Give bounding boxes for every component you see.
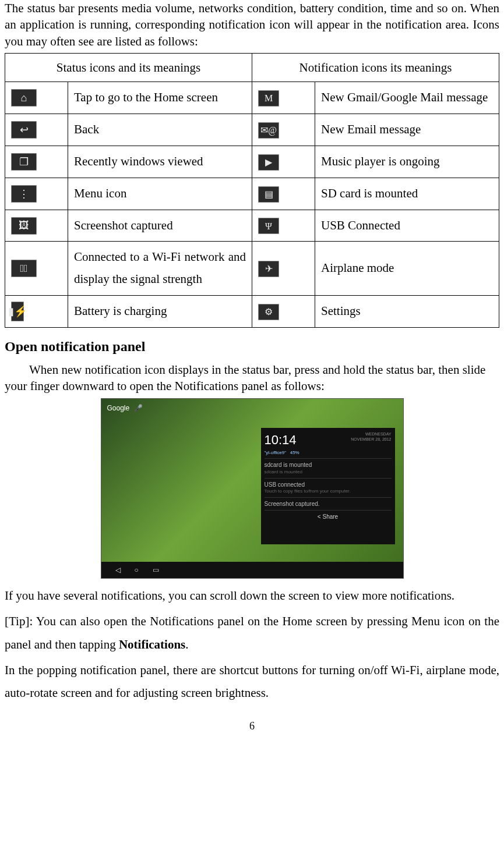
paragraph: If you have several notifications, you c… [5,584,499,608]
mic-icon: 🎤 [134,403,143,413]
battery-charging-icon: ▮⚡ [11,302,24,321]
panel-wifi-name: "yl-office9" [265,450,287,455]
nav-back-icon: ◁ [115,565,121,575]
table-row: ⋮ Menu icon ▤ SD card is mounted [5,178,499,210]
icons-table: Status icons and its meanings Notificati… [5,53,499,328]
back-icon: ↩ [11,121,37,139]
table-row: ▮⚡ Battery is charging ⚙ Settings [5,295,499,327]
icon-desc: USB Connected [315,210,499,242]
icon-desc: Music player is ongoing [315,146,499,178]
table-row: ↩ Back ✉@ New Email message [5,114,499,146]
home-icon: ⌂ [11,89,37,107]
notification-sub: sdcard is mounted [265,469,392,476]
paragraph: In the popping notification panel, there… [5,659,499,706]
screenshot-icon: 🖼 [11,217,37,235]
notification-panel: 10:14 WEDNESDAY NOVEMBER 28, 2012 "yl-of… [261,428,395,544]
section-heading: Open notification panel [5,337,499,356]
airplane-icon: ✈ [258,261,279,277]
panel-date: WEDNESDAY NOVEMBER 28, 2012 [351,431,391,442]
tip-suffix: . [185,637,188,651]
recent-icon: ❐ [11,153,37,171]
icon-desc: Airplane mode [315,242,499,296]
notification-row: USB connected Touch to copy files to/fro… [265,478,392,497]
table-row: ❐ Recently windows viewed ▶ Music player… [5,146,499,178]
icon-desc: Screenshot captured [68,210,252,242]
intro-paragraph: The status bar presents media volume, ne… [5,0,499,49]
notification-title: USB connected [265,481,392,489]
paragraph: When new notification icon displays in t… [5,362,499,395]
notification-row: sdcard is mounted sdcard is mounted [265,458,392,477]
icon-desc: New Gmail/Google Mail message [315,82,499,114]
notification-row: Screenshot captured. [265,497,392,511]
table-row: ⌂ Tap to go to the Home screen M New Gma… [5,82,499,114]
panel-battery: 45% [290,450,299,455]
gmail-icon: M [258,90,279,107]
tip-paragraph: [Tip]: You can also open the Notificatio… [5,610,499,657]
table-header-right: Notification icons its meanings [252,54,499,82]
music-icon: ▶ [258,154,279,171]
notification-panel-screenshot: Google 🎤 10:14 WEDNESDAY NOVEMBER 28, 20… [101,398,404,579]
share-label: Share [322,513,338,520]
notification-title: Screenshot captured. [265,500,392,508]
settings-icon: ⚙ [258,304,279,320]
icon-desc: SD card is mounted [315,178,499,210]
nav-recent-icon: ▭ [153,565,159,575]
tip-prefix: [Tip]: You can also open the Notificatio… [5,614,499,651]
share-row: < Share [265,510,392,523]
sdcard-icon: ▤ [258,186,279,203]
icon-desc: Battery is charging [68,295,252,327]
icon-desc: Menu icon [68,178,252,210]
google-search-label: Google [107,403,130,413]
page-number: 6 [5,719,499,733]
icon-desc: Connected to a Wi-Fi network and display… [68,242,252,296]
icon-desc: Tap to go to the Home screen [68,82,252,114]
notification-sub: Touch to copy files to/from your compute… [265,488,392,495]
panel-time: 10:14 [265,431,297,449]
nav-home-icon: ○ [135,565,139,575]
tip-bold: Notifications [119,637,185,651]
table-row: ◉᷊ Connected to a Wi-Fi network and disp… [5,242,499,296]
icon-desc: Back [68,114,252,146]
icon-desc: New Email message [315,114,499,146]
table-header-left: Status icons and its meanings [5,54,252,82]
android-navbar: ◁ ○ ▭ [101,562,403,578]
usb-icon: Ψ [258,218,279,234]
menu-icon: ⋮ [11,185,37,203]
icon-desc: Settings [315,295,499,327]
table-row: 🖼 Screenshot captured Ψ USB Connected [5,210,499,242]
wifi-icon: ◉᷊ [11,260,37,277]
email-icon: ✉@ [258,122,279,139]
icon-desc: Recently windows viewed [68,146,252,178]
notification-title: sdcard is mounted [265,461,392,469]
